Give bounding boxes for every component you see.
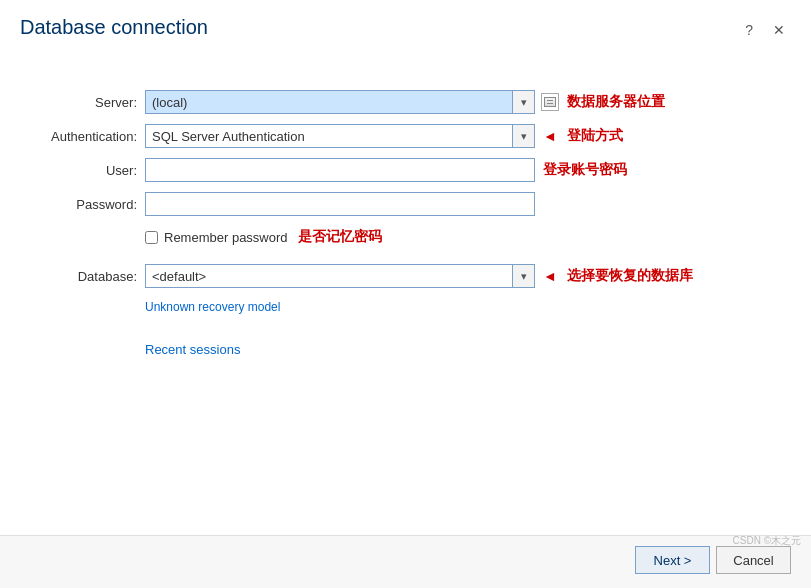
next-button[interactable]: Next > — [635, 546, 710, 574]
auth-row: Authentication: SQL Server Authenticatio… — [40, 124, 771, 148]
help-button[interactable]: ? — [739, 20, 759, 40]
server-icon-line1 — [547, 100, 553, 101]
database-annotation-text: 选择要恢复的数据库 — [567, 267, 693, 285]
remember-annotation-text: 是否记忆密码 — [298, 228, 382, 246]
server-dropdown-arrow[interactable] — [513, 90, 535, 114]
database-annotation-arrow: ◄ — [543, 268, 557, 284]
remember-checkbox[interactable] — [145, 231, 158, 244]
password-label: Password: — [40, 197, 145, 212]
database-label: Database: — [40, 269, 145, 284]
auth-annotation-text: 登陆方式 — [567, 127, 623, 145]
server-control-wrap: (local) 数据服务器位置 — [145, 90, 771, 114]
form-content: Server: (local) 数据服务器位置 — [0, 40, 811, 535]
user-input[interactable] — [145, 158, 535, 182]
user-control-wrap: 登录账号密码 — [145, 158, 771, 182]
auth-annotation-arrow: ◄ — [543, 128, 557, 144]
title-bar: Database connection ? ✕ — [0, 0, 811, 40]
auth-dropdown-wrap: SQL Server Authentication — [145, 124, 535, 148]
database-annotation: ◄ 选择要恢复的数据库 — [543, 267, 693, 285]
remember-label: Remember password — [164, 230, 288, 245]
database-dropdown-wrap: <default> — [145, 264, 535, 288]
remember-row: Remember password 是否记忆密码 — [145, 228, 771, 246]
unknown-recovery: Unknown recovery model — [145, 300, 771, 314]
auth-dropdown-arrow[interactable] — [513, 124, 535, 148]
password-control-wrap — [145, 192, 771, 216]
database-row: Database: <default> ◄ 选择要恢复的数据库 — [40, 264, 771, 288]
database-dropdown-arrow[interactable] — [513, 264, 535, 288]
auth-control-wrap: SQL Server Authentication ◄ 登陆方式 — [145, 124, 771, 148]
user-label: User: — [40, 163, 145, 178]
auth-annotation: ◄ 登陆方式 — [543, 127, 623, 145]
password-input[interactable] — [145, 192, 535, 216]
auth-label: Authentication: — [40, 129, 145, 144]
server-icon[interactable] — [541, 93, 559, 111]
auth-input[interactable]: SQL Server Authentication — [145, 124, 513, 148]
database-control-wrap: <default> ◄ 选择要恢复的数据库 — [145, 264, 771, 288]
watermark: CSDN ©木之元 — [733, 534, 801, 548]
dialog-title: Database connection — [20, 16, 208, 39]
recent-sessions-link[interactable]: Recent sessions — [145, 342, 240, 357]
form-area: Server: (local) 数据服务器位置 — [40, 90, 771, 314]
password-row: Password: — [40, 192, 771, 216]
recent-sessions-section: Recent sessions — [145, 342, 771, 357]
server-annotation: 数据服务器位置 — [567, 93, 665, 111]
database-input[interactable]: <default> — [145, 264, 513, 288]
server-icon-line2 — [547, 103, 553, 104]
cancel-button[interactable]: Cancel — [716, 546, 791, 574]
credentials-annotation: 登录账号密码 — [543, 161, 627, 179]
title-actions: ? ✕ — [739, 20, 791, 40]
database-connection-dialog: Database connection ? ✕ Server: (local) — [0, 0, 811, 588]
dialog-footer: Next > Cancel — [0, 535, 811, 588]
credentials-annotation-text: 登录账号密码 — [543, 161, 627, 179]
server-dropdown-wrap: (local) — [145, 90, 535, 114]
server-annotation-text: 数据服务器位置 — [567, 93, 665, 111]
server-icon-inner — [544, 97, 556, 107]
user-row: User: 登录账号密码 — [40, 158, 771, 182]
close-button[interactable]: ✕ — [767, 20, 791, 40]
server-label: Server: — [40, 95, 145, 110]
server-row: Server: (local) 数据服务器位置 — [40, 90, 771, 114]
server-input[interactable]: (local) — [145, 90, 513, 114]
